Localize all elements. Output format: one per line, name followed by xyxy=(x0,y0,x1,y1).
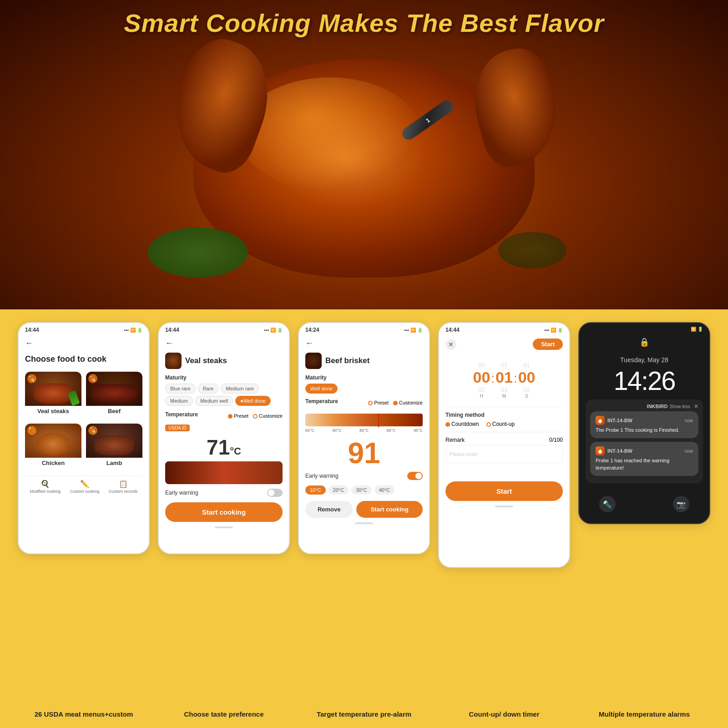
nav-custom-label: Custom cooking xyxy=(70,489,100,494)
early-warning-label2: Early warning xyxy=(165,490,198,496)
notif1-message: The Probe 1 This cooking is Finished. xyxy=(596,427,693,434)
hero-section: 1 Smart Cooking Makes The Best Flavor xyxy=(0,0,728,309)
notification-group: INKBIRD Show less ✕ xyxy=(586,399,703,483)
early-warning-row3: Early warning xyxy=(305,472,423,480)
warning-20[interactable]: 20°C xyxy=(329,485,349,495)
customize-radio[interactable]: Customize xyxy=(253,413,283,419)
count-up-radio[interactable]: Count-up xyxy=(486,421,515,427)
big-temp-display: 91 xyxy=(305,436,423,470)
remark-placeholder: Please enter xyxy=(450,451,478,457)
wifi-icon4: 🛜 xyxy=(551,328,556,333)
food-item-beef[interactable]: 🍖 Beef xyxy=(86,370,142,417)
signal-icon3: ▪▪▪ xyxy=(404,328,409,333)
maturity-medium-rare[interactable]: Medium rare xyxy=(221,384,259,394)
phone1-nav: 🍳 Modified cooking ✏️ Custom cooking 📋 C… xyxy=(25,475,142,494)
nav-custom-records[interactable]: 📋 Custom records xyxy=(109,480,138,494)
show-less-btn[interactable]: INKBIRD Show less ✕ xyxy=(590,403,698,410)
hours-below: 02 xyxy=(478,386,485,393)
warning-30[interactable]: 30°C xyxy=(351,485,372,495)
camera-icon[interactable]: 📷 xyxy=(673,496,689,512)
maturity-blue-rare[interactable]: Blue rare xyxy=(165,384,196,394)
start-btn4[interactable]: Start xyxy=(445,481,563,501)
show-less-label[interactable]: Show less xyxy=(669,404,690,409)
maturity-well-done[interactable]: ●Well done xyxy=(235,396,270,406)
hours-main[interactable]: 00 xyxy=(473,369,490,386)
food-item-lamb[interactable]: 🍖 Lamb xyxy=(86,422,142,469)
early-warning-toggle[interactable] xyxy=(267,489,283,497)
phone2-time: 14:44 xyxy=(165,327,179,333)
timing-method-label: Timing method xyxy=(445,412,563,418)
phone3-container: 14:24 ▪▪▪ 🛜 🔋 ← Beef brisket Ma xyxy=(298,322,430,554)
minutes-main[interactable]: 01 xyxy=(495,369,513,386)
back-arrow-icon[interactable]: ← xyxy=(25,339,33,348)
maturity-medium-well[interactable]: Medium well xyxy=(195,396,233,406)
customize-radio3[interactable]: Customize xyxy=(393,400,423,405)
inkbird-app-name: INKBIRD xyxy=(647,404,668,409)
food-label-beef: Beef xyxy=(86,406,142,417)
nav-modified-cooking[interactable]: 🍳 Modified cooking xyxy=(30,480,61,494)
remove-btn[interactable]: Remove xyxy=(305,501,353,518)
minutes-unit: M xyxy=(502,394,506,399)
start-cooking-btn2[interactable]: Start cooking xyxy=(165,502,283,522)
food-label-chicken: Chicken xyxy=(25,458,81,469)
countdown-radio[interactable]: Countdown xyxy=(445,421,479,427)
minutes-below: 03 xyxy=(501,386,507,393)
warning-10[interactable]: 10°C xyxy=(305,485,326,495)
phone5-container: 🛜 🔋 🔒 Tuesday, May 28 14:26 xyxy=(578,322,710,524)
phone1-status-bar: 14:44 ▪▪▪ 🛜 🔋 xyxy=(19,323,149,335)
wifi-icon3: 🛜 xyxy=(410,328,416,333)
dark-time-display: Tuesday, May 28 14:26 xyxy=(586,356,703,396)
lock-icon: 🔒 xyxy=(586,337,703,347)
remark-input[interactable]: Please enter xyxy=(445,445,563,463)
beef-food-icon xyxy=(305,353,322,369)
battery-icon3: 🔋 xyxy=(417,328,423,333)
seconds-unit: S xyxy=(525,394,528,399)
phone1-header: ← xyxy=(25,339,142,348)
phone1-content: ← Choose food to cook 🍖 xyxy=(19,335,149,553)
custom-cooking-icon: ✏️ xyxy=(80,480,89,488)
preset-radio3[interactable]: Preset xyxy=(368,400,389,405)
preset-radio[interactable]: Preset xyxy=(228,413,248,419)
phone2-container: 14:44 ▪▪▪ 🛜 🔋 ← Veal steaks Mat xyxy=(158,322,290,554)
phone1: 14:44 ▪▪▪ 🛜 🔋 ← Choose food to cook xyxy=(18,322,150,554)
back-arrow3-icon[interactable]: ← xyxy=(305,339,313,348)
seconds-main[interactable]: 00 xyxy=(518,369,536,386)
nav-custom-cooking[interactable]: ✏️ Custom cooking xyxy=(70,480,100,494)
hero-title: Smart Cooking Makes The Best Flavor xyxy=(0,8,728,38)
phone2-status-icons: ▪▪▪ 🛜 🔋 xyxy=(264,328,283,333)
warning-40[interactable]: 40°C xyxy=(374,485,395,495)
maturity-medium[interactable]: Medium xyxy=(165,396,193,406)
caption1: 26 USDA meat menus+custom xyxy=(18,710,150,719)
close-notif-icon[interactable]: ✕ xyxy=(694,403,698,410)
start-button[interactable]: Start xyxy=(533,339,563,350)
choose-food-title: Choose food to cook xyxy=(25,354,142,364)
maturity-rare[interactable]: Rare xyxy=(198,384,219,394)
battery-icon5: 🔋 xyxy=(698,327,703,332)
food-item-chicken[interactable]: 🍗 Chicken xyxy=(25,422,81,469)
phone2-content: ← Veal steaks Maturity Blue rare Rare Me… xyxy=(159,335,289,553)
temperature-display: 71°C xyxy=(165,435,283,460)
caption4: Count-up/ down timer xyxy=(438,710,570,719)
timer-header: ✕ Start xyxy=(445,339,563,350)
food-label-veal: Veal steaks xyxy=(25,406,81,417)
maturity-label: Maturity xyxy=(165,374,283,381)
notif2-message: Probe 1 has reached the warning temperat… xyxy=(596,457,693,471)
food-item-veal[interactable]: 🍖 Veal steaks xyxy=(25,370,81,417)
notif-card-2[interactable]: INT-14-BW now Probe 1 has reached the wa… xyxy=(590,442,698,476)
phone5-content: 🔒 Tuesday, May 28 14:26 INKBIRD Show les… xyxy=(579,334,709,523)
notif1-header: INT-14-BW now xyxy=(596,416,693,425)
temperature-row: Temperature Preset Customize xyxy=(165,411,283,420)
minutes-above: 02 xyxy=(501,362,507,369)
well-done-badge[interactable]: Well done xyxy=(305,384,338,394)
notif-card-1[interactable]: INT-14-BW now The Probe 1 This cooking i… xyxy=(590,411,698,438)
close-btn[interactable]: ✕ xyxy=(445,339,456,350)
back-arrow2-icon[interactable]: ← xyxy=(165,339,173,348)
remark-section: Remark 0/100 Please enter xyxy=(445,437,563,463)
flashlight-icon[interactable]: 🔦 xyxy=(599,496,616,512)
usda-badge: USDA ID xyxy=(165,425,190,431)
notif2-time: now xyxy=(685,449,693,454)
temp-label-90: 90°C xyxy=(386,428,395,433)
early-warning-toggle3[interactable] xyxy=(407,472,423,480)
start-cooking-btn3[interactable]: Start cooking xyxy=(356,501,423,518)
phone3-status-icons: ▪▪▪ 🛜 🔋 xyxy=(404,328,423,333)
